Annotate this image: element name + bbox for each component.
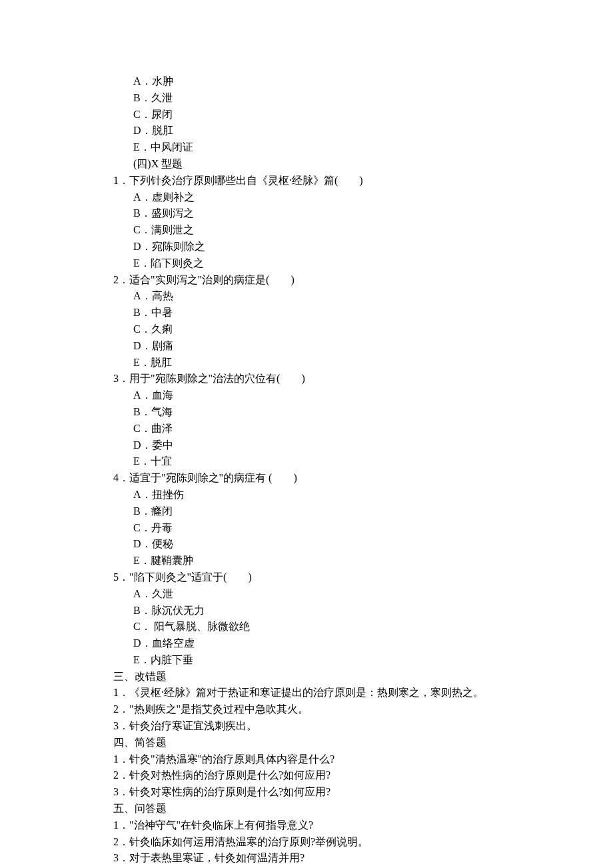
- correction-item: 2．"热则疾之"是指艾灸过程中急吹其火。: [100, 701, 513, 718]
- sub-section-heading: (四)X 型题: [100, 156, 513, 173]
- answer-option: D．宛陈则除之: [100, 239, 513, 255]
- short-answer-item: 3．针灸对寒性病的治疗原则是什么?如何应用?: [100, 784, 513, 801]
- answer-option: C． 阳气暴脱、脉微欲绝: [100, 619, 513, 635]
- answer-option: E．腱鞘囊肿: [100, 553, 513, 569]
- answer-option: D．剧痛: [100, 338, 513, 355]
- section-heading: 三、改错题: [100, 669, 513, 685]
- answer-option: A．高热: [100, 288, 513, 305]
- answer-option: B．癃闭: [100, 503, 513, 520]
- answer-option: D．便秘: [100, 536, 513, 553]
- question-stem: 4．适宜于"宛陈则除之"的病症有 ( ): [100, 470, 513, 487]
- correction-item: 3．针灸治疗寒证宜浅刺疾出。: [100, 718, 513, 735]
- answer-option: A．血海: [100, 387, 513, 404]
- section-heading: 五、问答题: [100, 801, 513, 817]
- essay-item: 3．对于表热里寒证，针灸如何温清并用?: [100, 850, 513, 867]
- answer-option: C．久痢: [100, 321, 513, 338]
- question-stem: 2．适合"实则泻之"治则的病症是( ): [100, 272, 513, 289]
- answer-option: B．盛则泻之: [100, 205, 513, 222]
- short-answer-item: 1．针灸"清热温寒"的治疗原则具体内容是什么?: [100, 751, 513, 768]
- question-stem: 3．用于"宛陈则除之"治法的穴位有( ): [100, 371, 513, 387]
- short-answer-item: 2．针灸对热性病的治疗原则是什么?如何应用?: [100, 767, 513, 784]
- answer-option: B．中暑: [100, 305, 513, 321]
- answer-option: B．脉沉伏无力: [100, 603, 513, 619]
- section-heading: 四、简答题: [100, 735, 513, 751]
- answer-option: C．满则泄之: [100, 222, 513, 239]
- answer-option: A．虚则补之: [100, 189, 513, 206]
- question-stem: 1．下列针灸治疗原则哪些出自《灵枢·经脉》篇( ): [100, 173, 513, 189]
- answer-option: A．久泄: [100, 586, 513, 603]
- answer-option: C．曲泽: [100, 421, 513, 437]
- answer-option: D．血络空虚: [100, 635, 513, 652]
- answer-option: E．内脏下垂: [100, 652, 513, 669]
- answer-option: A．扭挫伤: [100, 487, 513, 503]
- answer-option: B．气海: [100, 404, 513, 421]
- answer-option: D．委中: [100, 437, 513, 454]
- answer-option: E．中风闭证: [100, 139, 513, 156]
- answer-option: E．脱肛: [100, 355, 513, 371]
- answer-option: D．脱肛: [100, 123, 513, 139]
- document-page: A．水肿 B．久泄 C．尿闭 D．脱肛 E．中风闭证 (四)X 型题 1．下列针…: [0, 0, 613, 868]
- answer-option: A．水肿: [100, 73, 513, 90]
- answer-option: C．丹毒: [100, 520, 513, 537]
- answer-option: E．十宜: [100, 453, 513, 470]
- answer-option: C．尿闭: [100, 107, 513, 123]
- correction-item: 1．《灵枢·经脉》篇对于热证和寒证提出的治疗原则是：热则寒之，寒则热之。: [100, 685, 513, 701]
- essay-item: 2．针灸临床如何运用清热温寒的治疗原则?举例说明。: [100, 834, 513, 851]
- answer-option: E．陷下则灸之: [100, 255, 513, 272]
- essay-item: 1．"治神守气"在针灸临床上有何指导意义?: [100, 817, 513, 834]
- answer-option: B．久泄: [100, 90, 513, 107]
- question-stem: 5．"陷下则灸之"适宜于( ): [100, 569, 513, 586]
